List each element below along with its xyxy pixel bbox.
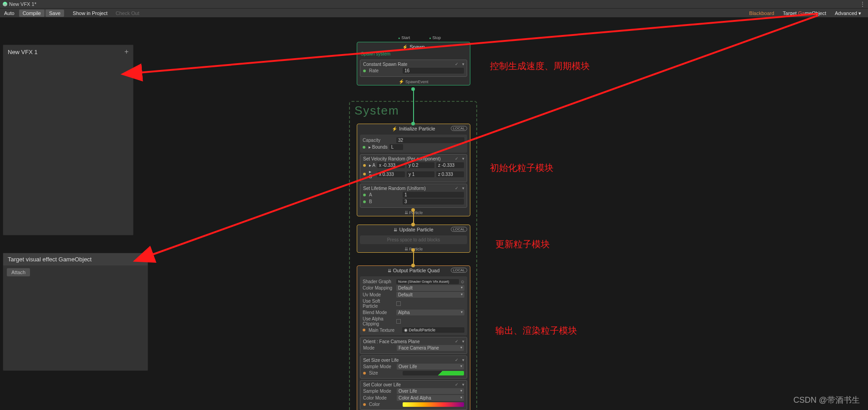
connector-dot[interactable] <box>411 87 415 91</box>
connector-dot[interactable] <box>411 208 415 212</box>
vel-b-z[interactable]: z 0.333 <box>436 171 464 177</box>
window-title: New VFX 1* <box>9 1 36 7</box>
orient-block[interactable]: Orient : Face Camera Plane✓▾ ModeFace Ca… <box>360 337 467 354</box>
lifetime-b[interactable]: 3 <box>403 199 464 205</box>
capacity-field[interactable]: 32 <box>396 137 464 143</box>
checkmark-icon[interactable]: ✓ <box>455 186 459 190</box>
checkmark-icon[interactable]: ✓ <box>455 382 459 387</box>
port-dot[interactable] <box>363 329 365 331</box>
rate-field[interactable]: 16 <box>403 68 464 74</box>
chevron-down-icon[interactable]: ▾ <box>462 339 464 344</box>
toolbar: Auto Compile Save Show in Project Check … <box>0 8 868 17</box>
blackboard-title: New VFX 1 <box>8 49 38 55</box>
object-picker-icon[interactable]: ⊙ <box>461 280 464 284</box>
toolbar-right: Blackboard Target GameObject Advanced ▾ <box>745 9 865 18</box>
kebab-icon[interactable]: ⋮ <box>860 1 865 7</box>
init-header: Initialize ParticleLOCAL <box>357 124 470 133</box>
stop-port[interactable]: Stop <box>429 35 441 40</box>
color-samplemode-dropdown[interactable]: Over Life <box>397 388 464 394</box>
vfx-icon <box>3 2 7 6</box>
checkmark-icon[interactable]: ✓ <box>455 358 459 362</box>
start-port[interactable]: Start <box>398 35 410 40</box>
color-mapping-dropdown[interactable]: Default <box>396 285 464 291</box>
set-lifetime-random-block[interactable]: Set Lifetime Random (Uniform)✓▾ A1 B3 <box>360 184 467 208</box>
set-velocity-random-block[interactable]: Set Velocity Random (Per-component)✓▾ ▸ … <box>360 154 467 182</box>
set-color-over-life-block[interactable]: Set Color over Life✓▾ Sample ModeOver Li… <box>360 380 467 410</box>
spawn-node[interactable]: Spawn Spawn system Constant Spawn Rate ✓… <box>357 42 470 85</box>
port-dot[interactable] <box>363 200 366 203</box>
vel-a-x[interactable]: x -0.333 <box>377 162 405 168</box>
spawn-header: Spawn <box>357 42 470 51</box>
main-texture-field[interactable]: ◉ DefaultParticle <box>402 327 464 333</box>
compile-button[interactable]: Compile <box>19 10 45 17</box>
shadergraph-field[interactable]: None (Shader Graph Vfx Asset) <box>396 279 459 284</box>
chevron-down-icon[interactable]: ▾ <box>462 186 464 190</box>
set-size-over-life-block[interactable]: Set Size over Life✓▾ Sample ModeOver Lif… <box>360 355 467 379</box>
port-dot[interactable] <box>363 164 366 167</box>
vel-a-y[interactable]: y 0.2 <box>407 162 434 168</box>
chevron-down-icon[interactable]: ▾ <box>462 156 464 161</box>
advanced-button[interactable]: Advanced ▾ <box>831 10 865 17</box>
checkmark-icon[interactable]: ✓ <box>455 339 459 344</box>
update-header: Update ParticleLOCAL <box>357 225 470 234</box>
chevron-down-icon[interactable]: ▾ <box>462 62 464 66</box>
spawn-footer: SpawnEvent <box>357 78 470 85</box>
checkmark-icon[interactable]: ✓ <box>455 62 459 66</box>
connector-update-output <box>413 250 414 265</box>
target-panel: Target visual effect GameObject Attach <box>3 253 148 371</box>
output-particle-quad-node[interactable]: Output Particle QuadLOCAL Shader GraphNo… <box>357 265 470 410</box>
constant-spawn-rate-block[interactable]: Constant Spawn Rate ✓▾ Rate16 <box>360 60 467 77</box>
window-titlebar: New VFX 1* ⋮ <box>0 0 868 8</box>
vel-b-x[interactable]: x 0.333 <box>377 171 405 177</box>
vel-a-z[interactable]: z -0.333 <box>436 162 464 168</box>
chevron-down-icon[interactable]: ▾ <box>462 382 464 387</box>
orient-mode-dropdown[interactable]: Face Camera Plane <box>397 345 464 351</box>
size-curve-field[interactable] <box>403 371 464 375</box>
update-hint[interactable]: Press space to add blocks <box>360 235 467 244</box>
bolt-icon <box>392 126 397 131</box>
uv-mode-dropdown[interactable]: Default <box>396 292 464 298</box>
blackboard-button[interactable]: Blackboard <box>746 10 778 17</box>
bolt-icon <box>402 44 408 50</box>
vel-b-y[interactable]: y 1 <box>407 171 434 177</box>
annotation-spawn: 控制生成速度、周期模块 <box>490 60 590 72</box>
target-gameobject-button[interactable]: Target GameObject <box>779 10 830 17</box>
svg-line-1 <box>150 15 818 255</box>
connector-dot[interactable] <box>411 264 415 267</box>
port-dot[interactable] <box>363 146 365 149</box>
port-dot[interactable] <box>363 173 366 175</box>
port-dot[interactable] <box>363 403 366 406</box>
size-samplemode-dropdown[interactable]: Over Life <box>397 364 464 370</box>
save-button[interactable]: Save <box>45 10 64 17</box>
port-dot[interactable] <box>363 70 366 72</box>
add-icon[interactable]: + <box>125 48 129 56</box>
port-dot[interactable] <box>363 372 366 375</box>
local-badge: LOCAL <box>451 227 467 232</box>
annotation-init: 初始化粒子模块 <box>490 162 554 174</box>
connector-dot[interactable] <box>411 248 415 252</box>
checkmark-icon[interactable]: ✓ <box>455 156 459 161</box>
auto-button[interactable]: Auto <box>0 10 18 17</box>
initialize-particle-node[interactable]: Initialize ParticleLOCAL Capacity32 ▸ Bo… <box>357 124 470 216</box>
output-header: Output Particle QuadLOCAL <box>357 266 470 275</box>
connector-dot[interactable] <box>411 223 415 226</box>
annotation-output: 输出、渲染粒子模块 <box>495 325 577 337</box>
blend-mode-dropdown[interactable]: Alpha <box>396 310 464 315</box>
lifetime-a[interactable]: 1 <box>403 192 464 198</box>
spawn-system-label: Spawn system <box>357 51 470 58</box>
target-panel-header: Target visual effect GameObject <box>3 253 148 265</box>
show-in-project-button[interactable]: Show in Project <box>69 10 111 17</box>
color-mode-dropdown[interactable]: Color And Alpha <box>397 395 464 401</box>
connector-dot[interactable] <box>411 122 415 125</box>
update-icon <box>394 227 397 232</box>
blackboard-header: New VFX 1 + <box>3 45 133 59</box>
chevron-down-icon[interactable]: ▾ <box>462 358 464 362</box>
port-dot[interactable] <box>363 194 366 196</box>
bounds-foldout[interactable]: ▸ Bounds <box>369 145 388 150</box>
spawn-ports: Start Stop <box>398 35 441 40</box>
color-gradient-field[interactable] <box>403 402 464 407</box>
alpha-clipping-checkbox[interactable] <box>396 319 401 324</box>
watermark: CSDN @带酒书生 <box>793 395 860 405</box>
soft-particle-checkbox[interactable] <box>396 301 401 306</box>
attach-button[interactable]: Attach <box>7 268 30 276</box>
